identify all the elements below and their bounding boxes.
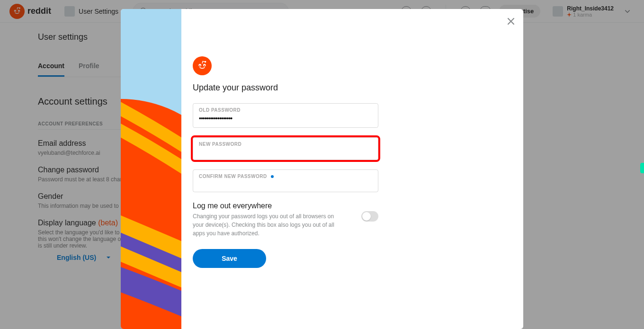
confirm-password-field[interactable]: Confirm New Password (193, 169, 378, 192)
close-button[interactable] (506, 17, 516, 28)
required-dot-icon (271, 175, 274, 178)
confirm-password-label: Confirm New Password (199, 174, 372, 179)
close-icon (506, 17, 516, 26)
modal-title: Update your password (193, 83, 495, 93)
reddit-icon (193, 56, 212, 75)
svg-point-10 (204, 65, 205, 66)
logout-everywhere-row: Log me out everywhere Changing your pass… (193, 202, 378, 238)
save-button[interactable]: Save (193, 249, 266, 268)
modal-artwork (121, 9, 181, 329)
logout-title: Log me out everywhere (193, 202, 335, 210)
logout-desc: Changing your password logs you out of a… (193, 212, 335, 238)
new-password-input[interactable] (199, 149, 372, 156)
old-password-input[interactable] (199, 115, 372, 122)
logout-toggle[interactable] (361, 211, 378, 222)
password-modal: Update your password Old Password New Pa… (121, 9, 523, 329)
new-password-field[interactable]: New Password (193, 137, 378, 160)
svg-point-9 (199, 65, 200, 66)
modal-overlay: Update your password Old Password New Pa… (0, 0, 644, 329)
new-password-label: New Password (199, 142, 372, 147)
confirm-password-input[interactable] (199, 181, 372, 188)
old-password-label: Old Password (199, 107, 372, 113)
old-password-field[interactable]: Old Password (193, 103, 378, 128)
modal-body: Update your password Old Password New Pa… (181, 9, 523, 329)
edge-tab[interactable] (640, 163, 644, 173)
